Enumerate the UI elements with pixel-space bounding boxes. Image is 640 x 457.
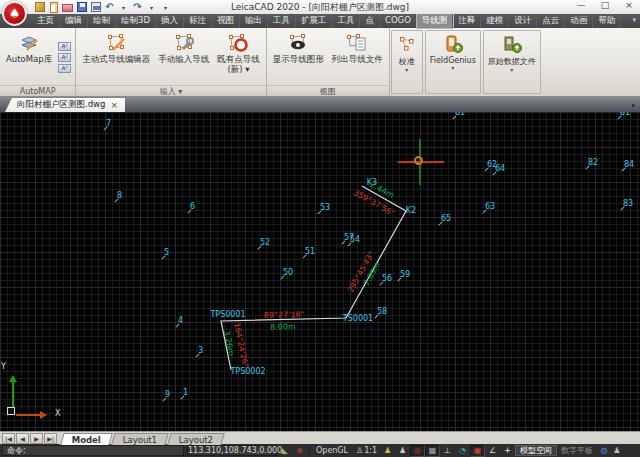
undo-button[interactable]: ↶ (104, 1, 115, 13)
fieldgenius-button[interactable]: FieldGenius ▾ (425, 30, 481, 94)
tab-设计[interactable]: 设计 (509, 14, 537, 28)
traverse-pencil-icon (105, 31, 127, 55)
show-traverse-graphic-button[interactable]: 显示导线图形 (269, 29, 328, 85)
close-button[interactable]: × (622, 0, 636, 10)
layout-nav-button-0[interactable]: |◀ (2, 433, 15, 444)
list-traverse-file-button[interactable]: 列出导线文件 (328, 29, 387, 85)
tab-工具[interactable]: 工具 (268, 14, 296, 28)
user-person-icon[interactable]: ♟ (611, 446, 622, 455)
automap-small-button-3[interactable]: A³ (58, 64, 71, 73)
group-label-view[interactable]: 视图 (267, 85, 389, 96)
survey-point-64: 64 (492, 173, 497, 174)
group-label-automap[interactable]: AutoMAP (0, 85, 75, 96)
ribbon-group-automap: AutoMap库 A¹ A² A³ AutoMAP (0, 28, 76, 96)
show-traverse-graphic-label: 显示导线图形 (273, 55, 324, 65)
traverse-polyline (221, 186, 406, 370)
group-label-input[interactable]: 输入 ▾ (76, 85, 266, 96)
tab-插入[interactable]: 插入 (156, 14, 184, 28)
tab-扩展工[interactable]: 扩展工 (296, 14, 333, 28)
drawing-canvas[interactable]: 7865535251504361626463655754565958918182… (0, 112, 640, 431)
tab-绘制[interactable]: 绘制 (88, 14, 116, 28)
active-traverse-editor-button[interactable]: 主动式导线编辑器 (78, 29, 154, 85)
ortho-icon[interactable]: ⊥ (440, 445, 455, 457)
qa-save-button[interactable] (76, 1, 87, 13)
qa-new-button[interactable] (48, 1, 59, 13)
qa-open-button[interactable] (62, 1, 73, 13)
status-separator (309, 446, 310, 456)
tab-点[interactable]: 点 (360, 14, 380, 28)
leicacad-window: ♠ ↶ ▾ ↷ ▾ ▾ LeicaCAD 2020 - [向阳村棚户区测图.dw… (0, 0, 640, 457)
angle-snap-icon[interactable]: ∠ (485, 445, 500, 457)
raw-data-dropdown-arrow: ▾ (510, 67, 513, 72)
layout-nav-button-1[interactable]: ◀ (16, 433, 29, 444)
tab-建模[interactable]: 建模 (481, 14, 509, 28)
tab-绘制3D[interactable]: 绘制3D (116, 14, 156, 28)
tab-编辑[interactable]: 编辑 (60, 14, 88, 28)
tab-点云[interactable]: 点云 (537, 14, 565, 28)
automap-library-button[interactable]: AutoMap库 (2, 29, 56, 85)
automap-small-button-1[interactable]: A¹ (58, 42, 71, 51)
annotation-scale-icon: ♙ (352, 446, 364, 455)
tab-注释[interactable]: 注释 (453, 14, 481, 28)
save-as-icon (91, 2, 101, 12)
traverse-node-label-K2: K2 (406, 206, 416, 215)
opengl-button[interactable]: OpenGL (312, 446, 352, 455)
qa-saveas-button[interactable] (90, 1, 101, 13)
tracking-toggle-icon[interactable]: ◣ (277, 445, 292, 457)
ucs-x-axis-icon (16, 414, 42, 416)
layout-tab-Model[interactable]: Model (60, 433, 113, 445)
manual-input-traverse-button[interactable]: 手动输入导线 (154, 29, 213, 85)
import-icon (35, 2, 45, 12)
layout-nav-button-2[interactable]: ▶ (30, 433, 43, 444)
command-input[interactable]: 命令: (2, 445, 184, 456)
window-controls: — □ × (574, 0, 636, 10)
layout-tab-Layout2[interactable]: Layout2 (168, 433, 226, 445)
selection-cycling-icon[interactable]: ♟ (395, 445, 410, 457)
object-snap-icon[interactable]: ▣ (470, 445, 485, 457)
layout-tab-Layout1[interactable]: Layout1 (111, 433, 169, 445)
layout-nav-button-3[interactable]: ▶| (44, 433, 57, 444)
redo-dropdown-arrow[interactable]: ▾ (146, 1, 157, 13)
survey-point-7: 7 (103, 128, 108, 129)
qat-customize-arrow[interactable]: ▾ (160, 1, 171, 13)
tab-输出[interactable]: 输出 (240, 14, 268, 28)
survey-point-54: 54 (347, 244, 352, 245)
model-space-button[interactable]: 模型空间 (515, 445, 557, 456)
document-tab-menu-arrow[interactable]: ▾ (626, 102, 640, 112)
ribbon-options-arrow[interactable]: ▾ (628, 14, 640, 28)
isolate-objects-icon[interactable]: ♟ (380, 445, 395, 457)
tab-主页[interactable]: 主页 (32, 14, 60, 28)
tab-帮助[interactable]: 帮助 (593, 14, 621, 28)
document-tab-close-icon[interactable]: × (110, 100, 118, 110)
traverse-document-icon (346, 31, 368, 55)
center-snap-icon[interactable]: ◎ (410, 445, 425, 457)
traverse-polyline-layer (0, 112, 640, 431)
tab-COGO[interactable]: COGO (380, 14, 417, 28)
crosshair-icon[interactable]: + (500, 445, 515, 457)
scale-value[interactable]: 1:1 (364, 446, 377, 455)
raw-data-file-button[interactable]: 原始数据文件 ▾ (483, 30, 541, 94)
survey-point-5: 5 (161, 257, 166, 258)
automap-small-button-2[interactable]: A² (58, 53, 71, 62)
grid-display-icon[interactable]: ▦ (425, 445, 440, 457)
qa-import-button[interactable] (34, 1, 45, 13)
tab-视图[interactable]: 视图 (212, 14, 240, 28)
status-toggle-buttons: ♟♟◎▦⊥◔▣∠+ (380, 445, 515, 457)
redo-button[interactable]: ↷ (132, 1, 143, 13)
minimize-button[interactable]: — (574, 0, 588, 10)
settings-gear-icon[interactable]: ⚙ (597, 446, 611, 456)
tab-导线测[interactable]: 导线测 (417, 14, 454, 28)
app-logo-icon[interactable]: ♠ (2, 1, 27, 26)
document-tab[interactable]: 向阳村棚户区测图.dwg × (5, 98, 125, 112)
survey-point-57: 57 (341, 242, 346, 243)
digitizer-button[interactable]: 数字平板 (557, 445, 597, 456)
maximize-button[interactable]: □ (598, 0, 612, 10)
tab-动画[interactable]: 动画 (565, 14, 593, 28)
tab-标注[interactable]: 标注 (184, 14, 212, 28)
polar-tracking-icon[interactable]: ◔ (455, 445, 470, 457)
existing-points-traverse-button[interactable]: 既有点导线 (新) ▾ (213, 29, 264, 85)
undo-dropdown-arrow[interactable]: ▾ (118, 1, 129, 13)
tab-工具[interactable]: 工具 (332, 14, 360, 28)
constraint-toggle-icon[interactable]: ⊕ (292, 445, 307, 457)
calibrate-button[interactable]: 校准 ▾ (391, 30, 423, 94)
